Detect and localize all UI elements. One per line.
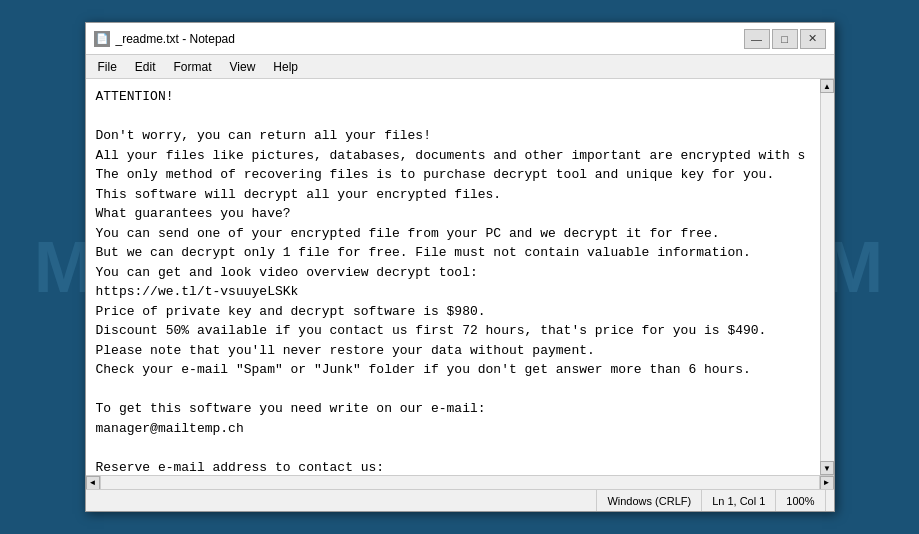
menu-format[interactable]: Format <box>166 58 220 76</box>
menu-help[interactable]: Help <box>265 58 306 76</box>
window-controls: — □ ✕ <box>744 29 826 49</box>
close-button[interactable]: ✕ <box>800 29 826 49</box>
menu-bar: File Edit Format View Help <box>86 55 834 79</box>
status-zoom: 100% <box>776 490 825 511</box>
minimize-button[interactable]: — <box>744 29 770 49</box>
window-icon: 📄 <box>94 31 110 47</box>
title-bar: 📄 _readme.txt - Notepad — □ ✕ <box>86 23 834 55</box>
scroll-left-button[interactable]: ◄ <box>86 476 100 490</box>
scroll-down-button[interactable]: ▼ <box>820 461 834 475</box>
scroll-right-button[interactable]: ► <box>820 476 834 490</box>
maximize-button[interactable]: □ <box>772 29 798 49</box>
horizontal-scrollbar[interactable]: ◄ ► <box>86 475 834 489</box>
status-encoding: Windows (CRLF) <box>597 490 702 511</box>
vertical-scrollbar[interactable]: ▲ ▼ <box>820 79 834 475</box>
status-position: Ln 1, Col 1 <box>702 490 776 511</box>
menu-edit[interactable]: Edit <box>127 58 164 76</box>
menu-file[interactable]: File <box>90 58 125 76</box>
text-editor[interactable] <box>86 79 820 475</box>
menu-view[interactable]: View <box>222 58 264 76</box>
scroll-track[interactable] <box>821 93 834 461</box>
notepad-window: 📄 _readme.txt - Notepad — □ ✕ File Edit … <box>85 22 835 512</box>
scroll-up-button[interactable]: ▲ <box>820 79 834 93</box>
status-bar: Windows (CRLF) Ln 1, Col 1 100% <box>86 489 834 511</box>
status-empty <box>94 490 598 511</box>
window-title: _readme.txt - Notepad <box>116 32 744 46</box>
content-wrapper: ▲ ▼ <box>86 79 834 475</box>
hscroll-track[interactable] <box>100 476 820 489</box>
